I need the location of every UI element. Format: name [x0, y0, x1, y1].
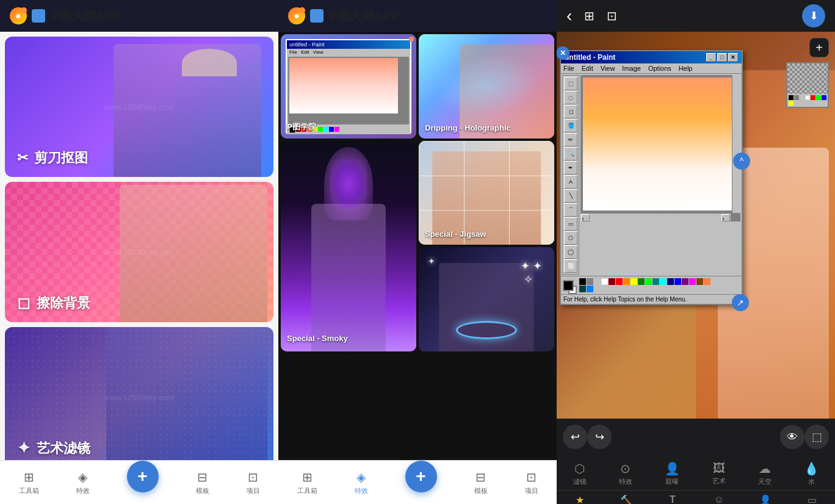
projects-icon-2: ⊡ [526, 470, 537, 484]
editor-header-left: ‹ ⊞ ⊡ [566, 6, 617, 26]
color-chip[interactable] [579, 286, 586, 292]
tab-effects[interactable]: ⊙ 特效 [614, 459, 637, 489]
tool-zoom[interactable]: 🔍 [564, 147, 577, 160]
tool-poly[interactable]: ⬡ [564, 231, 577, 245]
tool-ellipse[interactable]: ◯ [564, 245, 577, 259]
eraser-card[interactable]: www.12580sky.com ◻ 擦除背景 [5, 182, 273, 322]
redo-icon: ↪ [595, 430, 604, 444]
fg-color[interactable] [563, 280, 574, 291]
bottom-tab-border[interactable]: ▭ 边框 [800, 493, 823, 504]
filter-card[interactable]: www.12580sky.com ✦ 艺术滤镜 [5, 327, 273, 460]
minimize-btn[interactable]: _ [706, 53, 716, 62]
nav-effects-1[interactable]: ◈ 特效 [76, 470, 90, 495]
color-chip[interactable] [587, 278, 593, 285]
crop-icon[interactable]: ⊡ [607, 9, 617, 23]
paint-nav-arrow[interactable]: ↗ [732, 294, 749, 311]
grid-card-sparkle[interactable]: ✦ ✦ ✧ ✦ [419, 247, 554, 351]
color-chip[interactable] [631, 278, 637, 285]
close-btn[interactable]: ✕ [728, 53, 738, 62]
scissors-card[interactable]: www.12580sky.com ✂ 剪刀抠图 [5, 37, 273, 177]
effect-star-icon: ★ [576, 494, 584, 504]
color-chip[interactable] [623, 278, 630, 285]
color-chip[interactable] [609, 278, 615, 285]
nav-effects-2[interactable]: ◈ 特效 [355, 470, 368, 495]
panel-3-editor: ‹ ⊞ ⊡ ⬇ + [557, 0, 835, 504]
grid-card-jigsaw[interactable]: Special - Jigsaw [419, 141, 554, 245]
nav-toolbox-2[interactable]: ⊞ 工具箱 [297, 470, 317, 495]
bottom-tab-text[interactable]: T 文字 [661, 493, 684, 504]
bottom-tab-effect[interactable]: ★ 效果 [568, 493, 591, 504]
panel1-header: ● P图大师APP [0, 0, 278, 32]
panel1-title: P图大师APP [51, 8, 269, 24]
nav-add-btn-1[interactable]: + [127, 461, 159, 492]
tool-select[interactable]: ⬚ [564, 77, 577, 90]
tool-eyedrop[interactable]: ✏ [564, 133, 577, 146]
nav-templates-2[interactable]: ⊟ 模板 [474, 470, 488, 495]
color-chip[interactable] [660, 278, 667, 285]
bottom-tab-portrait[interactable]: 👤 人像 [754, 493, 777, 504]
color-chip[interactable] [587, 286, 593, 292]
nav-toolbox-1[interactable]: ⊞ 工具箱 [19, 470, 39, 495]
color-chip[interactable] [696, 278, 703, 285]
color-chip[interactable] [579, 278, 586, 285]
eraser-button[interactable]: ⬚ [804, 425, 829, 449]
redo-button[interactable]: ↪ [587, 425, 612, 449]
visibility-button[interactable]: 👁 [780, 425, 804, 449]
paint-menubar: File Edit View Image Options Help [561, 63, 742, 74]
tab-sky[interactable]: ☁ 天空 [753, 459, 776, 489]
color-chip[interactable] [645, 278, 652, 285]
bottom-tab-tool[interactable]: 🔨 工具 [615, 493, 638, 504]
tab-filter[interactable]: ⬡ 滤镜 [568, 459, 591, 489]
download-button[interactable]: ⬇ [802, 4, 825, 27]
color-chip[interactable] [674, 278, 681, 285]
back-icon[interactable]: ‹ [566, 6, 572, 26]
color-chip[interactable] [667, 278, 674, 285]
tab-dual[interactable]: 👤 双曝 [660, 459, 685, 489]
smoky-label: Special - Smoky [287, 334, 348, 343]
panel1-bottom-nav: ⊞ 工具箱 ◈ 特效 + ⊟ 模板 ⊡ 项目 [0, 460, 278, 504]
paint-vscrollbar[interactable] [732, 75, 740, 213]
tool-eraser[interactable]: ◻ [564, 105, 577, 118]
color-chip[interactable] [638, 278, 645, 285]
scroll-right[interactable]: › [721, 214, 730, 221]
paint-close-btn[interactable]: ✕ [557, 46, 569, 60]
tool-fill[interactable]: 🪣 [564, 119, 577, 132]
grid-card-holographic[interactable]: Dripping - Holographic [419, 34, 554, 139]
tool-pencil[interactable]: ✒ [564, 161, 577, 175]
color-chip[interactable] [704, 278, 710, 285]
tool-curve[interactable]: ⌒ [564, 203, 577, 217]
scroll-left[interactable]: ‹ [581, 214, 590, 221]
paint-hscrollbar[interactable]: ‹ › [580, 213, 731, 221]
paint-canvas-display [583, 77, 738, 211]
sky-tab-icon: ☁ [759, 461, 771, 476]
undo-button[interactable]: ↩ [563, 425, 587, 449]
tool-rounded[interactable]: ⬜ [564, 259, 577, 273]
bottom-tab-sticker[interactable]: ☺ 贴纸 [707, 493, 731, 504]
tool-lasso[interactable]: ◌ [564, 91, 577, 104]
color-chip[interactable] [682, 278, 689, 285]
canvas-add-btn[interactable]: + [809, 38, 829, 57]
nav-add-btn-2[interactable]: + [405, 461, 437, 492]
color-chip[interactable] [601, 278, 608, 285]
paint-up-arrow[interactable]: ^ [733, 153, 750, 170]
thumbnail-panel [786, 62, 829, 108]
paint-miniature: untitled - Paint FileEditView [286, 39, 411, 134]
nav-templates-1[interactable]: ⊟ 模板 [196, 470, 209, 495]
grid-card-academy[interactable]: untitled - Paint FileEditView [281, 34, 416, 139]
tool-text[interactable]: A [564, 175, 577, 189]
color-chip[interactable] [689, 278, 696, 285]
nav-projects-1[interactable]: ⊡ 项目 [247, 470, 260, 495]
panel1-content: www.12580sky.com ✂ 剪刀抠图 www.12580sky.com… [0, 32, 278, 460]
tool-rect[interactable]: ▭ [564, 217, 577, 231]
color-chip[interactable] [616, 278, 623, 285]
layers-icon[interactable]: ⊞ [584, 9, 595, 23]
text-icon: T [670, 494, 676, 504]
color-chip[interactable] [652, 278, 659, 285]
grid-card-smoky[interactable]: Special - Smoky [281, 141, 416, 351]
maximize-btn[interactable]: □ [717, 53, 727, 62]
tool-line[interactable]: ╲ [564, 189, 577, 203]
tab-art[interactable]: 🖼 艺术 [707, 459, 731, 489]
nav-projects-2[interactable]: ⊡ 项目 [525, 470, 538, 495]
tab-water[interactable]: 💧 水 [799, 459, 824, 489]
color-chip[interactable] [594, 278, 601, 285]
